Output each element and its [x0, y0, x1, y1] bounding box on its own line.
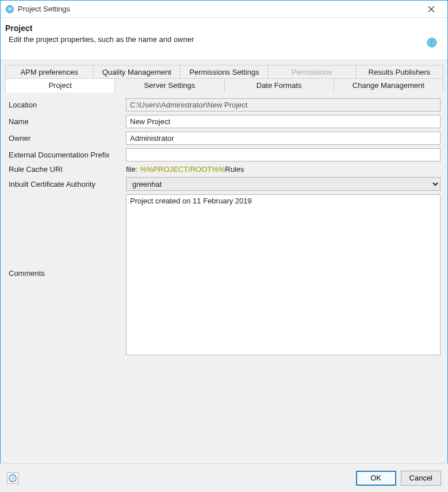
row-comments: Comments: [7, 194, 441, 357]
tab-quality-management[interactable]: Quality Management: [93, 65, 181, 79]
close-icon: [428, 6, 435, 13]
field-rulecache[interactable]: %%PROJECT/ROOT%%Rules: [140, 165, 244, 174]
row-owner: Owner: [7, 132, 441, 145]
tabs-container: APM preferences Quality Management Permi…: [5, 65, 443, 93]
label-comments: Comments: [7, 194, 126, 278]
tab-date-formats[interactable]: Date Formats: [224, 78, 334, 93]
form-panel: Location C:\Users\Administrator\New Proj…: [5, 93, 443, 366]
header-globe-icon: [427, 37, 437, 49]
field-cert[interactable]: greenhat: [126, 177, 441, 191]
field-owner[interactable]: [126, 132, 441, 145]
field-comments[interactable]: [126, 194, 441, 355]
row-name: Name: [7, 115, 441, 128]
field-extdoc[interactable]: [126, 148, 441, 162]
row-rulecache: Rule Cache URI file: %%PROJECT/ROOT%%Rul…: [7, 165, 441, 174]
field-location: C:\Users\Administrator\New Project: [126, 98, 441, 112]
help-button[interactable]: ?: [7, 472, 18, 484]
label-extdoc: External Documentation Prefix: [7, 151, 126, 159]
titlebar: Project Settings: [1, 1, 447, 18]
close-button[interactable]: [420, 1, 443, 17]
rulecache-var: %%PROJECT/ROOT%%: [140, 165, 225, 174]
tab-apm-preferences[interactable]: APM preferences: [5, 65, 93, 79]
header-title: Project: [5, 24, 194, 33]
ok-button[interactable]: OK: [356, 471, 396, 486]
rulecache-suffix: Rules: [225, 165, 244, 174]
tab-change-management[interactable]: Change Management: [334, 78, 443, 93]
tab-row-2: Project Server Settings Date Formats Cha…: [5, 78, 443, 93]
tab-row-1: APM preferences Quality Management Permi…: [5, 65, 443, 79]
label-owner: Owner: [7, 134, 126, 143]
tab-permissions-settings[interactable]: Permissions Settings: [180, 65, 268, 79]
tab-server-settings[interactable]: Server Settings: [114, 78, 224, 93]
row-cert: Inbuilt Certificate Authority greenhat: [7, 177, 441, 191]
tab-results-publishers[interactable]: Results Publishers: [355, 65, 443, 79]
header-area: Project Edit the project properties, suc…: [1, 18, 447, 60]
label-name: Name: [7, 117, 126, 126]
body-area: APM preferences Quality Management Permi…: [1, 60, 447, 465]
row-extdoc: External Documentation Prefix: [7, 148, 441, 162]
row-location: Location C:\Users\Administrator\New Proj…: [7, 98, 441, 112]
cancel-button[interactable]: Cancel: [401, 471, 441, 486]
tab-project[interactable]: Project: [5, 78, 115, 93]
label-location: Location: [7, 101, 126, 109]
field-name[interactable]: [126, 115, 441, 128]
help-icon: ?: [9, 474, 17, 482]
header-description: Edit the project properties, such as the…: [9, 35, 194, 44]
button-bar: ? OK Cancel: [0, 463, 448, 492]
tab-permissions: Permissions: [268, 65, 356, 79]
label-cert: Inbuilt Certificate Authority: [7, 180, 126, 189]
app-icon: [5, 5, 14, 14]
header-text: Project Edit the project properties, suc…: [5, 24, 194, 44]
label-rulecache: Rule Cache URI: [7, 165, 126, 174]
window-title: Project Settings: [18, 5, 420, 13]
rulecache-scheme: file:: [126, 165, 137, 174]
svg-text:?: ?: [11, 475, 14, 481]
